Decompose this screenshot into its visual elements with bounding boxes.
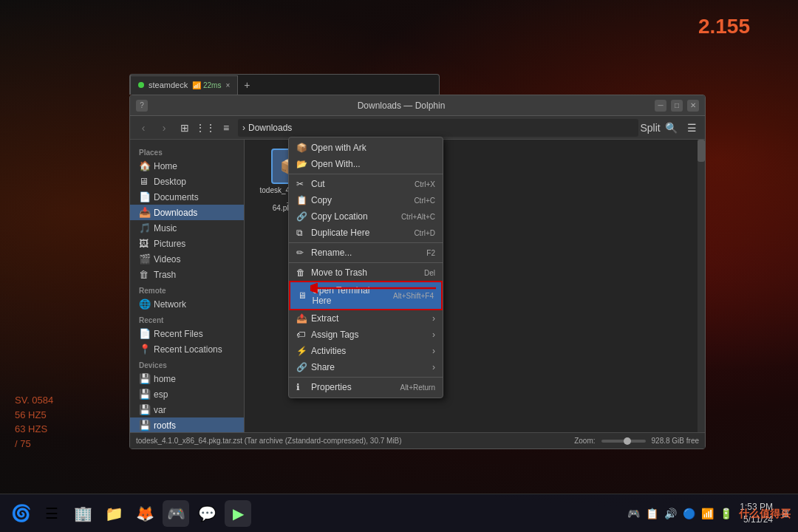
- ctx-duplicate[interactable]: ⧉ Duplicate Here Ctrl+D: [289, 225, 443, 241]
- detail-view-button[interactable]: ≡: [217, 119, 235, 137]
- taskbar-firefox-icon[interactable]: 🦊: [132, 500, 158, 527]
- steam-tray-icon[interactable]: 🎮: [627, 508, 640, 519]
- ctx-copy-location[interactable]: 🔗 Copy Location Ctrl+Alt+C: [289, 208, 443, 225]
- ctx-duplicate-label: Duplicate Here: [311, 228, 369, 238]
- close-button[interactable]: ✕: [687, 100, 699, 112]
- sidebar-item-videos[interactable]: 🎬 Videos: [130, 251, 244, 267]
- taskbar-office-icon[interactable]: 🏢: [69, 500, 96, 527]
- ctx-open-with[interactable]: 📂 Open With...: [289, 156, 443, 172]
- sidebar-item-pictures[interactable]: 🖼 Pictures: [130, 236, 244, 251]
- ctx-move-trash[interactable]: 🗑 Move to Trash Del: [289, 265, 443, 281]
- breadcrumb-current[interactable]: Downloads: [248, 123, 292, 133]
- bluetooth-icon[interactable]: 🔵: [683, 508, 695, 519]
- terminal-tab-label: steamdeck: [149, 81, 188, 89]
- sidebar-item-desktop[interactable]: 🖥 Desktop: [130, 174, 244, 189]
- zoom-label: Zoom:: [574, 437, 595, 445]
- sidebar-item-esp[interactable]: 💾 esp: [130, 386, 244, 402]
- sidebar-item-downloads-label: Downloads: [154, 208, 197, 218]
- battery-icon[interactable]: 🔋: [720, 508, 732, 519]
- rename-shortcut: F2: [426, 249, 435, 257]
- sidebar-item-recent-files[interactable]: 📄 Recent Files: [130, 326, 244, 341]
- ctx-properties[interactable]: ℹ Properties Alt+Return: [289, 379, 443, 395]
- ping-indicator: 📶 22ms: [192, 81, 221, 89]
- sidebar-item-recent-locations[interactable]: 📍 Recent Locations: [130, 341, 244, 357]
- wifi-icon[interactable]: 📶: [701, 508, 714, 519]
- zoom-slider[interactable]: [601, 440, 646, 443]
- ctx-assign-tags[interactable]: 🏷 Assign Tags ›: [289, 327, 443, 343]
- ctx-cut[interactable]: ✂ Cut Ctrl+X: [289, 176, 443, 192]
- sidebar-item-documents-label: Documents: [154, 192, 199, 202]
- taskbar-start-icon[interactable]: 🌀: [7, 500, 34, 527]
- sidebar-item-documents[interactable]: 📄 Documents: [130, 189, 244, 205]
- taskbar-steam-icon[interactable]: 🎮: [163, 500, 189, 527]
- volume-icon[interactable]: 🔊: [664, 508, 677, 519]
- search-button[interactable]: 🔍: [662, 119, 680, 137]
- scrollbar[interactable]: [698, 140, 705, 432]
- move-trash-shortcut: Del: [424, 269, 435, 277]
- videos-icon: 🎬: [139, 253, 149, 265]
- icons-view-button[interactable]: ⊞: [176, 119, 194, 137]
- move-trash-icon: 🗑: [296, 267, 307, 278]
- ctx-copy[interactable]: 📋 Copy Ctrl+C: [289, 192, 443, 208]
- sidebar-item-home[interactable]: 🏠 Home: [130, 158, 244, 174]
- ctx-rename[interactable]: ✏ Rename... F2: [289, 245, 443, 261]
- ctx-activities[interactable]: ⚡ Activities ›: [289, 343, 443, 359]
- open-ark-icon: 📦: [296, 143, 307, 153]
- ctx-cut-label: Cut: [311, 179, 325, 189]
- ctx-share[interactable]: 🔗 Share ›: [289, 359, 443, 375]
- back-button[interactable]: ‹: [134, 119, 152, 137]
- new-tab-button[interactable]: +: [238, 79, 256, 91]
- assign-tags-icon: 🏷: [296, 330, 307, 340]
- forward-button[interactable]: ›: [155, 119, 173, 137]
- split-button[interactable]: Split: [641, 119, 659, 137]
- ctx-open-ark[interactable]: 📦 Open with Ark: [289, 140, 443, 156]
- remote-section-title: Remote: [130, 282, 244, 296]
- sidebar-item-trash[interactable]: 🗑 Trash: [130, 267, 244, 282]
- ctx-open-terminal[interactable]: 🖥 Open Terminal Here Alt+Shift+F4: [289, 281, 443, 310]
- rename-icon: ✏: [296, 248, 307, 258]
- extract-icon: 📤: [296, 313, 307, 324]
- ctx-extract[interactable]: 📤 Extract ›: [289, 310, 443, 327]
- hud-line-3: 63 HZS: [15, 422, 53, 437]
- sidebar-item-esp-label: esp: [154, 389, 168, 400]
- scrollbar-thumb[interactable]: [698, 140, 705, 162]
- taskbar: 🌀 ☰ 🏢 📁 🦊 🎮 💬 ▶ 🎮 📋 🔊 🔵 📶 🔋 1:53 PM 5/11…: [0, 494, 798, 532]
- clipboard-icon[interactable]: 📋: [646, 508, 658, 519]
- terminal-tab[interactable]: steamdeck 📶 22ms ×: [130, 75, 238, 95]
- properties-shortcut: Alt+Return: [400, 383, 435, 392]
- ctx-open-terminal-label: Open Terminal Here: [313, 285, 389, 306]
- menu-button[interactable]: ☰: [683, 119, 700, 137]
- sidebar-item-music[interactable]: 🎵 Music: [130, 220, 244, 236]
- taskbar-terminal-icon[interactable]: ▶: [225, 500, 251, 527]
- breadcrumb-sep: ›: [242, 123, 245, 133]
- duplicate-icon: ⧉: [296, 228, 307, 238]
- ctx-share-label: Share: [311, 362, 335, 372]
- sidebar-item-var[interactable]: 💾 var: [130, 402, 244, 417]
- sidebar-item-rootfs-label: rootfs: [154, 420, 176, 431]
- terminal-tab-close-btn[interactable]: ×: [225, 81, 230, 89]
- maximize-button[interactable]: □: [671, 100, 683, 112]
- ctx-divider-1: [289, 174, 443, 174]
- taskbar-chat-icon[interactable]: 💬: [194, 500, 220, 527]
- help-button[interactable]: ?: [136, 100, 148, 112]
- ctx-assign-tags-label: Assign Tags: [311, 330, 358, 340]
- compact-view-button[interactable]: ⋮⋮: [197, 119, 214, 137]
- cut-icon: ✂: [296, 179, 307, 189]
- sidebar-item-trash-label: Trash: [154, 270, 176, 280]
- sidebar-item-rootfs[interactable]: 💾 rootfs: [130, 417, 244, 432]
- share-icon: 🔗: [296, 362, 307, 372]
- sidebar-item-videos-label: Videos: [154, 254, 180, 265]
- terminal-tabbar: steamdeck 📶 22ms × +: [129, 74, 440, 95]
- sidebar-item-home-dev[interactable]: 💾 home: [130, 371, 244, 386]
- taskbar-files-icon[interactable]: ☰: [38, 500, 65, 527]
- sidebar-item-network[interactable]: 🌐 Network: [130, 296, 244, 312]
- minimize-button[interactable]: ─: [655, 100, 666, 112]
- taskbar-dolphin-icon[interactable]: 📁: [100, 500, 127, 527]
- sidebar-item-recent-locations-label: Recent Locations: [154, 344, 222, 355]
- sidebar-item-downloads[interactable]: 📥 Downloads: [130, 205, 244, 220]
- ctx-copy-label: Copy: [311, 195, 332, 205]
- copy-shortcut: Ctrl+C: [414, 197, 435, 205]
- activities-icon: ⚡: [296, 346, 307, 356]
- title-bar: ? Downloads — Dolphin ─ □ ✕: [130, 95, 705, 116]
- properties-icon: ℹ: [296, 382, 307, 392]
